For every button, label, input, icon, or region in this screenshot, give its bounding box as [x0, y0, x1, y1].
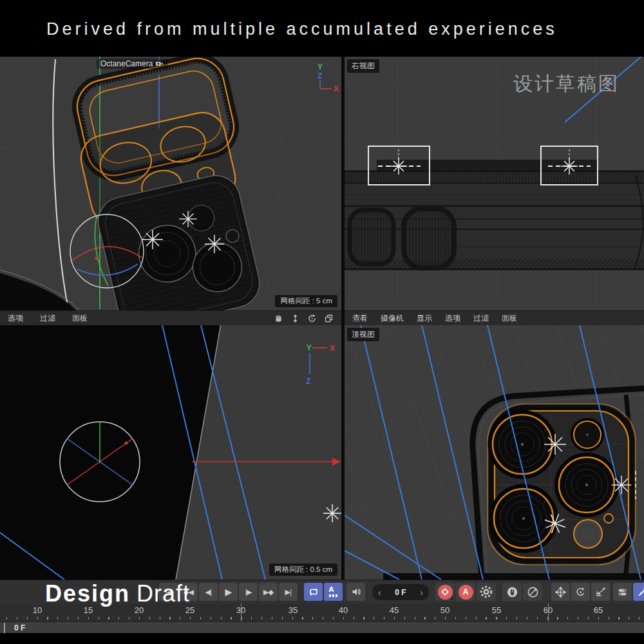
record-rotation-icon [575, 587, 586, 598]
axis-gizmo[interactable]: Y X Z [298, 341, 339, 388]
loop-toggle[interactable] [304, 583, 323, 601]
next-frame-button[interactable]: |▶ [239, 583, 258, 601]
ruler-tick-label: 10 [33, 605, 42, 615]
banner-title: Derived from multiple accumulated experi… [46, 19, 558, 39]
top-banner: Derived from multiple accumulated experi… [0, 0, 644, 57]
autokey-icon: A [459, 585, 473, 600]
record-position-icon [555, 587, 566, 598]
axis-y-label: Y [317, 62, 323, 71]
ruler-tick-label: 45 [390, 605, 399, 615]
bottom-black-strip [0, 633, 644, 644]
menu-camera[interactable]: 摄像机 [381, 313, 404, 324]
grid-spacing-chip: 网格间距 : 0.5 cm [269, 564, 337, 576]
keying-settings-button[interactable] [477, 583, 496, 601]
playhead-strip[interactable]: 0 F [0, 621, 644, 634]
zoom-icon[interactable] [290, 314, 300, 323]
ruler-tick-label: 50 [440, 605, 450, 615]
axis-gizmo[interactable]: Y Z X [304, 61, 340, 95]
viewport-label[interactable]: 右视图 [347, 59, 379, 73]
top-view-viewport[interactable]: 顶视图 [345, 325, 644, 580]
app-window: Derived from multiple accumulated experi… [0, 0, 644, 644]
record-scope-group [502, 583, 542, 601]
frame-decrement[interactable]: ‹ [378, 587, 381, 598]
record-position-toggle[interactable] [551, 583, 570, 601]
current-frame-value[interactable]: 0 F [395, 588, 406, 597]
playback-toggles: A [304, 583, 365, 601]
record-group: A [435, 583, 496, 601]
right-view-viewport[interactable]: 右视图 设计草稿图 查看 摄像机 显示 选项 过滤 面板 [345, 57, 644, 325]
rotate-icon[interactable] [307, 314, 317, 323]
ruler-marker-60 [548, 603, 549, 621]
axis-y-label: Y [307, 343, 312, 352]
axis-z-label: Z [317, 71, 322, 80]
sound-toggle[interactable] [346, 583, 365, 601]
keyframe-selection-icon: A [329, 587, 338, 597]
ruler-tick-label: 65 [594, 605, 603, 615]
lens-bottom-left [491, 486, 556, 551]
front-view-viewport[interactable]: Y X Z 网格间距 : 0.5 cm [0, 325, 341, 580]
camera-module [488, 404, 636, 565]
record-extra-group [613, 583, 644, 601]
ruler-marker-30 [241, 603, 242, 621]
footer-brand: Design Draft [45, 580, 190, 607]
grid-spacing-chip: 网格间距 : 5 cm [275, 295, 337, 307]
footer-brand-regular: Draft [137, 580, 190, 607]
flash [572, 419, 603, 450]
mouse-record-icon [506, 586, 518, 598]
jump-end-button[interactable]: ▶| [279, 583, 298, 601]
watermark-cn: 设计草稿图 [513, 71, 620, 97]
record-parameter-icon [617, 587, 628, 598]
playhead-label: 0 F [14, 623, 25, 632]
hand-icon[interactable] [274, 314, 283, 323]
autokey-toggle[interactable]: A [456, 583, 475, 601]
menu-panel[interactable]: 面板 [72, 313, 88, 324]
record-parameter-toggle[interactable] [613, 583, 632, 601]
record-scale-icon [595, 587, 606, 598]
frame-spinner[interactable]: ‹ 0 F › [372, 584, 429, 600]
phone-side-wireframe [345, 160, 644, 269]
frame-increment[interactable]: › [420, 587, 423, 598]
record-pla-toggle[interactable] [633, 583, 644, 601]
menu-display[interactable]: 显示 [417, 313, 432, 324]
loop-icon [308, 587, 319, 597]
camera-label-chip[interactable]: OctaneCamera [97, 59, 168, 69]
record-rotation-toggle[interactable] [571, 583, 590, 601]
top-view-canvas[interactable] [345, 325, 644, 580]
play-button[interactable]: ▶ [219, 583, 238, 601]
menu-filter[interactable]: 过滤 [473, 313, 489, 324]
keyframe-presets-icon [527, 586, 539, 598]
microphone-hole [604, 514, 613, 523]
axis-z-label: Z [306, 377, 310, 386]
front-view-canvas[interactable] [0, 325, 341, 580]
menu-view[interactable]: 查看 [352, 313, 368, 324]
perspective-canvas[interactable] [0, 57, 341, 310]
prev-frame-button[interactable]: ◀| [199, 583, 218, 601]
maximize-icon[interactable] [324, 314, 334, 323]
ruler-tick-label: 55 [492, 605, 501, 615]
perspective-viewport[interactable]: OctaneCamera Y Z X 网格间距 : 5 cm 选项 过滤 面板 [0, 57, 341, 325]
keyframe-selection-toggle[interactable]: A [324, 583, 343, 601]
camera-icon [155, 59, 164, 68]
record-pla-icon [637, 587, 644, 598]
lidar [574, 520, 602, 548]
camera-label: OctaneCamera [100, 59, 153, 68]
record-scale-toggle[interactable] [591, 583, 610, 601]
record-channel-group [551, 583, 610, 601]
perspective-menubar: 选项 过滤 面板 [0, 310, 341, 325]
sound-icon [351, 587, 361, 597]
viewport-label[interactable]: 顶视图 [347, 328, 379, 341]
mouse-record-toggle[interactable] [502, 583, 522, 601]
ruler-tick-label: 35 [289, 605, 298, 615]
x-axis-arrow[interactable] [192, 458, 341, 466]
keyframe-presets-button[interactable] [523, 583, 542, 601]
menu-options[interactable]: 选项 [8, 313, 23, 324]
footer-brand-bold: Design [45, 580, 130, 607]
menu-panel[interactable]: 面板 [502, 313, 517, 324]
exploded-phone-case [64, 57, 274, 310]
next-key-button[interactable]: ▶◆ [259, 583, 278, 601]
menu-filter[interactable]: 过滤 [40, 313, 55, 324]
record-keyframe-button[interactable] [435, 583, 455, 601]
menu-options[interactable]: 选项 [445, 313, 460, 324]
playhead-marker[interactable] [4, 623, 5, 633]
spline-white [53, 59, 68, 309]
